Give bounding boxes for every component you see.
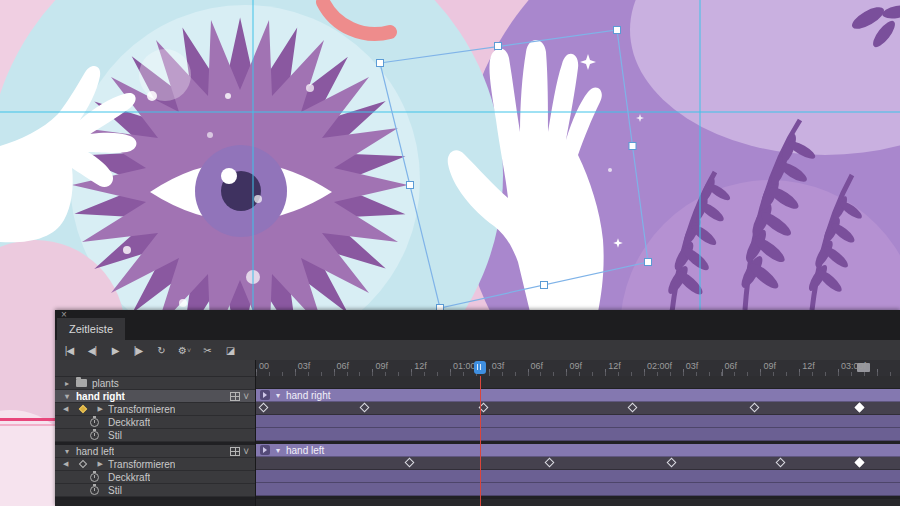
property-row-Transformieren[interactable]: ◀▶Transformieren bbox=[55, 458, 255, 471]
folder-icon bbox=[76, 379, 87, 387]
track-row-plants[interactable] bbox=[256, 376, 900, 389]
settings-gear-button[interactable]: ⚙˅ bbox=[174, 341, 194, 359]
property-row-Transformieren[interactable]: ◀▶Transformieren bbox=[55, 403, 255, 416]
layer-row-icons[interactable]: ˅ bbox=[230, 391, 249, 402]
track-bar-label: hand right bbox=[286, 390, 330, 401]
layer-row-hand-left[interactable]: ▾hand left˅ bbox=[55, 445, 255, 458]
stopwatch-icon[interactable] bbox=[90, 486, 99, 495]
transform-handle bbox=[495, 43, 502, 50]
symbol-icon bbox=[260, 390, 270, 400]
property-row-Stil[interactable]: Stil bbox=[55, 429, 255, 442]
property-name: Stil bbox=[108, 430, 122, 441]
property-controls[interactable] bbox=[63, 431, 103, 440]
property-controls[interactable]: ◀▶ bbox=[63, 405, 103, 413]
advanced-layer-icon[interactable] bbox=[230, 392, 240, 401]
transform-handle bbox=[614, 27, 621, 34]
property-row-Deckkraft[interactable]: Deckkraft bbox=[55, 471, 255, 484]
next-keyframe-icon: ▶ bbox=[98, 405, 103, 413]
playhead-marker[interactable] bbox=[474, 361, 486, 374]
stopwatch-icon[interactable] bbox=[90, 431, 99, 440]
track-gap bbox=[55, 497, 255, 500]
property-track-Stil[interactable] bbox=[256, 483, 900, 496]
advanced-layer-icon[interactable] bbox=[230, 447, 240, 456]
property-controls[interactable] bbox=[63, 473, 103, 482]
track-bar-label: hand left bbox=[286, 445, 324, 456]
step-back-button[interactable]: ◀| bbox=[82, 341, 102, 359]
property-row-Deckkraft[interactable]: Deckkraft bbox=[55, 416, 255, 429]
ruler-label: 09f bbox=[569, 361, 582, 371]
loop-playback-button[interactable]: ↻ bbox=[151, 341, 171, 359]
keyframe-diamond-icon[interactable] bbox=[79, 405, 87, 413]
next-keyframe-icon: ▶ bbox=[98, 460, 103, 468]
layer-name: hand left bbox=[76, 446, 114, 457]
dropdown-caret-icon: ˅ bbox=[187, 347, 190, 354]
keyframe[interactable] bbox=[259, 403, 269, 413]
chevron-down-icon: ▾ bbox=[63, 447, 71, 456]
property-name: Transformieren bbox=[108, 459, 175, 470]
keyframe[interactable] bbox=[776, 458, 786, 468]
keyframe[interactable] bbox=[750, 403, 760, 413]
layer-track-bar-hand-left[interactable]: ▾hand left bbox=[256, 444, 900, 457]
transform-handle bbox=[407, 182, 414, 189]
prev-keyframe-icon: ◀ bbox=[63, 460, 68, 468]
chevron-down-icon: ▾ bbox=[274, 446, 282, 455]
ruler-label: 03:00f bbox=[841, 361, 866, 371]
dropdown-caret-icon: ˅ bbox=[243, 446, 249, 457]
layer-panel: ▸plants▾hand right˅◀▶TransformierenDeckk… bbox=[55, 360, 256, 506]
play-button[interactable]: ▶ bbox=[105, 341, 125, 359]
transform-handle bbox=[377, 60, 384, 67]
panel-tab-bar: × Zeitleiste bbox=[55, 310, 900, 340]
ruler-label: 09f bbox=[375, 361, 388, 371]
ruler-label: 03f bbox=[686, 361, 699, 371]
timeline-ruler[interactable]: 0003f06f09f12f01:00f03f06f09f12f02:00f03… bbox=[256, 360, 900, 377]
keyframe[interactable] bbox=[628, 403, 638, 413]
ruler-label: 03f bbox=[298, 361, 311, 371]
onion-skin-button[interactable]: ◪ bbox=[220, 341, 240, 359]
property-track-Stil[interactable] bbox=[256, 428, 900, 441]
layer-row-plants[interactable]: ▸plants bbox=[55, 377, 255, 390]
layer-row-hand-right[interactable]: ▾hand right˅ bbox=[55, 390, 255, 403]
tab-zeitleiste[interactable]: Zeitleiste bbox=[57, 318, 125, 340]
property-track-Deckkraft[interactable] bbox=[256, 415, 900, 428]
keyframe[interactable] bbox=[855, 403, 865, 413]
keyframe-track-Transformieren[interactable] bbox=[256, 402, 900, 415]
property-row-Stil[interactable]: Stil bbox=[55, 484, 255, 497]
property-controls[interactable] bbox=[63, 418, 103, 427]
step-forward-button[interactable]: |▶ bbox=[128, 341, 148, 359]
layer-name: plants bbox=[92, 378, 119, 389]
ruler-label: 06f bbox=[725, 361, 738, 371]
transform-handle bbox=[645, 259, 652, 266]
keyframe[interactable] bbox=[360, 403, 370, 413]
timeline-toolbar: |◀◀|▶|▶↻⚙˅✂◪ bbox=[55, 340, 900, 361]
property-name: Stil bbox=[108, 485, 122, 496]
keyframe[interactable] bbox=[545, 458, 555, 468]
layer-list: ▸plants▾hand right˅◀▶TransformierenDeckk… bbox=[55, 377, 255, 500]
property-name: Transformieren bbox=[108, 404, 175, 415]
property-controls[interactable]: ◀▶ bbox=[63, 460, 103, 468]
playhead-line bbox=[480, 376, 481, 506]
ruler-label: 12f bbox=[802, 361, 815, 371]
ruler-label: 03f bbox=[492, 361, 505, 371]
layer-row-icons[interactable]: ˅ bbox=[230, 446, 249, 457]
property-controls[interactable] bbox=[63, 486, 103, 495]
symbol-icon bbox=[260, 445, 270, 455]
ruler-label: 09f bbox=[763, 361, 776, 371]
track-gap bbox=[256, 496, 900, 499]
keyframe[interactable] bbox=[667, 458, 677, 468]
stopwatch-icon[interactable] bbox=[90, 473, 99, 482]
animate-window: × Zeitleiste |◀◀|▶|▶↻⚙˅✂◪ ▸plants▾hand r… bbox=[0, 0, 900, 506]
stopwatch-icon[interactable] bbox=[90, 418, 99, 427]
chevron-down-icon: ▾ bbox=[274, 391, 282, 400]
property-track-Deckkraft[interactable] bbox=[256, 470, 900, 483]
keyframe-diamond-icon[interactable] bbox=[79, 460, 87, 468]
keyframe-track-Transformieren[interactable] bbox=[256, 457, 900, 470]
keyframe[interactable] bbox=[855, 458, 865, 468]
go-to-first-frame-button[interactable]: |◀ bbox=[59, 341, 79, 359]
prev-keyframe-icon: ◀ bbox=[63, 405, 68, 413]
transform-handle bbox=[541, 282, 548, 289]
transform-handle bbox=[629, 143, 636, 150]
cut-frames-button[interactable]: ✂ bbox=[197, 341, 217, 359]
layer-track-bar-hand-right[interactable]: ▾hand right bbox=[256, 389, 900, 402]
keyframe[interactable] bbox=[405, 458, 415, 468]
property-name: Deckkraft bbox=[108, 417, 150, 428]
